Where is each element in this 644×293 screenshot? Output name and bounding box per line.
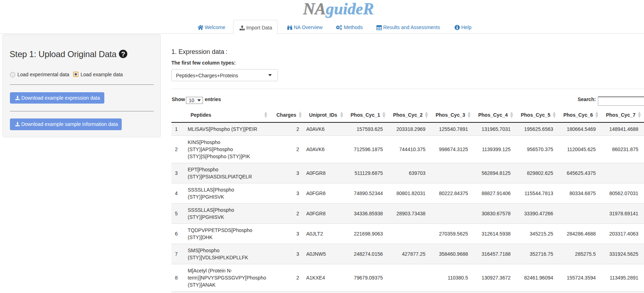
svg-text:?: ? — [121, 50, 125, 58]
